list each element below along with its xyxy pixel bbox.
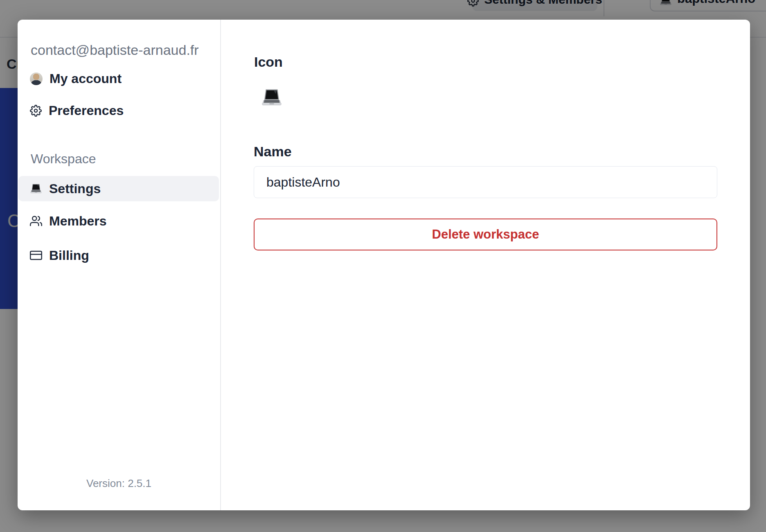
workspace-section-title: Workspace <box>31 151 96 167</box>
workspace-name-input[interactable] <box>254 166 717 198</box>
sidebar-item-preferences[interactable]: Preferences <box>30 103 124 118</box>
modal-sidebar: contact@baptiste-arnaud.fr My account Pr… <box>18 20 221 510</box>
sidebar-item-billing[interactable]: Billing <box>30 248 89 263</box>
sidebar-item-settings[interactable]: Settings <box>18 176 219 201</box>
account-email: contact@baptiste-arnaud.fr <box>31 42 199 58</box>
laptop-icon <box>261 88 282 107</box>
name-heading: Name <box>254 144 292 160</box>
icon-heading: Icon <box>254 54 283 70</box>
laptop-icon <box>30 183 42 194</box>
workspace-icon-button[interactable] <box>261 88 282 108</box>
version-text: Version: 2.5.1 <box>18 477 220 490</box>
gear-icon <box>30 105 42 117</box>
workspace-settings-modal: contact@baptiste-arnaud.fr My account Pr… <box>18 20 750 510</box>
preferences-label: Preferences <box>49 103 124 118</box>
sidebar-item-members[interactable]: Members <box>30 214 107 228</box>
settings-label: Settings <box>49 181 101 196</box>
delete-workspace-button[interactable]: Delete workspace <box>254 219 717 250</box>
my-account-label: My account <box>50 71 122 86</box>
sidebar-item-my-account[interactable]: My account <box>30 71 122 86</box>
modal-content: Icon Name Delete workspace <box>221 20 750 510</box>
members-label: Members <box>49 214 107 229</box>
credit-card-icon <box>30 249 42 261</box>
billing-label: Billing <box>49 248 89 263</box>
users-icon <box>30 215 42 227</box>
user-avatar <box>30 72 43 85</box>
